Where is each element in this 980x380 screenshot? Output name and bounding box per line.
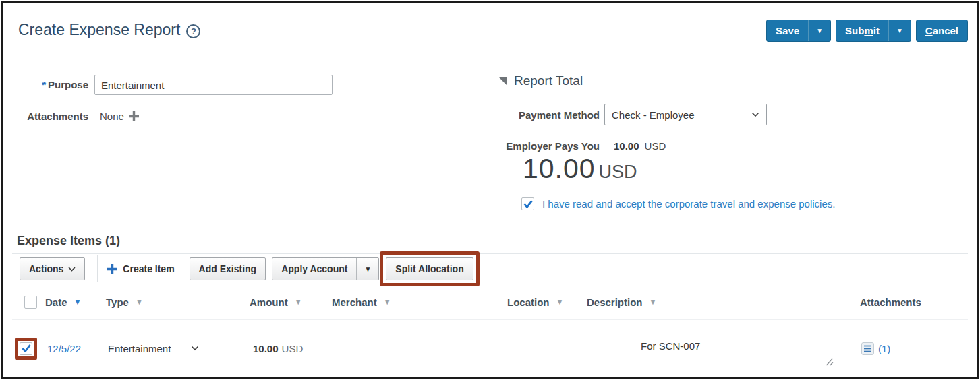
expense-description[interactable]: For SCN-007 xyxy=(641,340,700,352)
total-currency: USD xyxy=(599,162,637,183)
expense-items-heading: Expense Items (1) xyxy=(17,234,120,248)
sort-arrow-icon[interactable]: ▼ xyxy=(556,298,564,306)
page-title: Create Expense Report ? xyxy=(18,21,200,39)
report-total-title: Report Total xyxy=(514,73,583,88)
policy-row: I have read and accept the corporate tra… xyxy=(521,197,835,210)
submit-button-label[interactable]: Submit xyxy=(836,20,888,41)
save-button[interactable]: Save ▼ xyxy=(766,20,831,42)
expense-currency: USD xyxy=(282,343,304,354)
caret-down-icon: ▼ xyxy=(364,265,371,273)
attachments-none-text: None xyxy=(100,110,124,122)
toolbar-separator xyxy=(97,255,98,282)
column-header-date[interactable]: Date ▼ xyxy=(42,296,103,308)
split-allocation-button[interactable]: Split Allocation xyxy=(386,257,473,280)
actions-menu-button[interactable]: Actions xyxy=(20,257,85,280)
attachments-value: None xyxy=(100,110,139,122)
employer-pays-label: Employer Pays You xyxy=(475,140,600,152)
header-buttons: Save ▼ Submit ▼ Cancel xyxy=(766,20,968,42)
caret-down-icon: ▼ xyxy=(816,28,823,34)
payment-method-value: Check - Employee xyxy=(612,109,695,121)
column-header-type[interactable]: Type ▼ xyxy=(103,296,246,308)
column-header-description[interactable]: Description ▼ xyxy=(583,296,853,308)
expense-date-link[interactable]: 12/5/22 xyxy=(47,343,81,354)
submit-dropdown-button[interactable]: ▼ xyxy=(888,20,911,41)
cancel-button-label[interactable]: Cancel xyxy=(917,20,967,41)
split-allocation-annotation: Split Allocation xyxy=(380,251,479,286)
column-header-location[interactable]: Location ▼ xyxy=(502,296,583,308)
report-total-header: Report Total xyxy=(498,73,583,88)
row-checkbox[interactable] xyxy=(20,342,32,355)
sort-arrow-icon[interactable]: ▼ xyxy=(384,298,391,306)
column-header-attachments: Attachments xyxy=(853,296,968,308)
caret-down-icon: ▼ xyxy=(896,28,903,34)
purpose-input[interactable] xyxy=(94,75,333,95)
chevron-down-icon xyxy=(68,267,76,272)
required-marker: * xyxy=(42,79,46,90)
column-header-merchant[interactable]: Merchant ▼ xyxy=(314,296,502,308)
expense-item-row: 12/5/22 Entertainment 10.00 USD For SCN-… xyxy=(12,320,968,377)
textarea-resize-grip-icon[interactable] xyxy=(824,357,834,366)
type-dropdown-chevron-icon[interactable] xyxy=(191,346,199,351)
collapse-triangle-icon[interactable] xyxy=(498,77,507,86)
plus-icon xyxy=(107,264,117,274)
chevron-down-icon xyxy=(751,112,759,117)
apply-account-button[interactable]: Apply Account ▼ xyxy=(272,257,379,280)
payment-method-label: Payment Method xyxy=(475,109,600,121)
attachment-document-icon[interactable] xyxy=(861,342,874,355)
page-title-text: Create Expense Report xyxy=(18,21,180,39)
total-amount: 10.00 xyxy=(523,153,596,185)
save-dropdown-button[interactable]: ▼ xyxy=(808,20,830,41)
help-icon[interactable]: ? xyxy=(186,24,200,38)
attachments-label: Attachments xyxy=(14,110,88,122)
create-item-button[interactable]: Create Item xyxy=(107,263,174,274)
payment-method-select[interactable]: Check - Employee xyxy=(604,104,767,125)
cancel-button[interactable]: Cancel xyxy=(916,20,968,42)
sort-arrow-icon[interactable]: ▼ xyxy=(295,298,302,306)
purpose-label: *Purpose xyxy=(14,79,88,90)
add-existing-button[interactable]: Add Existing xyxy=(190,257,266,280)
report-total-amount: 10.00 USD xyxy=(523,153,637,185)
submit-button[interactable]: Submit ▼ xyxy=(836,20,911,42)
sort-arrow-icon[interactable]: ▼ xyxy=(136,298,143,306)
column-header-amount[interactable]: Amount ▼ xyxy=(246,296,314,308)
expense-items-toolbar: Actions Create Item Add Existing Apply A… xyxy=(12,253,968,284)
expense-amount: 10.00 xyxy=(253,343,279,354)
employer-pays-value: 10.00USD xyxy=(614,140,666,152)
save-button-label[interactable]: Save xyxy=(767,20,808,41)
add-attachment-icon[interactable] xyxy=(129,111,139,121)
apply-account-dropdown-button[interactable]: ▼ xyxy=(356,258,378,280)
policy-checkbox[interactable] xyxy=(521,197,534,210)
apply-account-label[interactable]: Apply Account xyxy=(272,258,356,280)
page-frame: Create Expense Report ? Save ▼ Submit ▼ … xyxy=(1,1,979,379)
expense-table-header: Date ▼ Type ▼ Amount ▼ Merchant ▼ Locati… xyxy=(12,284,968,320)
sort-arrow-icon[interactable]: ▼ xyxy=(74,298,82,306)
select-all-checkbox[interactable] xyxy=(24,296,37,309)
expense-type-value: Entertainment xyxy=(108,343,171,354)
attachment-count-link[interactable]: (1) xyxy=(878,343,890,354)
row-checkbox-annotation xyxy=(15,338,37,360)
sort-arrow-icon[interactable]: ▼ xyxy=(650,298,657,306)
expense-description-cell[interactable]: For SCN-007 xyxy=(583,320,853,377)
policy-text: I have read and accept the corporate tra… xyxy=(542,197,835,210)
